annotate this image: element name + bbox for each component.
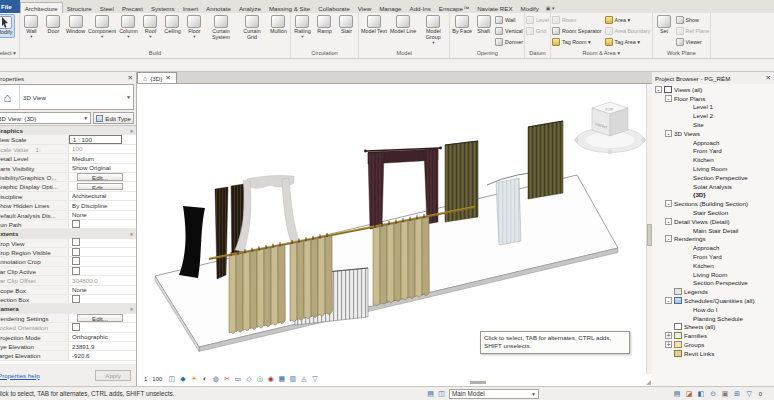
tree-expander-icon[interactable] [684,262,691,269]
property-value[interactable] [69,257,136,266]
property-value[interactable]: 1 : 100 [69,135,122,143]
window-button[interactable]: Window [65,14,86,36]
select-panel-label[interactable]: Select ▾ [0,49,18,58]
sun-path-icon[interactable]: ☀ [189,374,198,383]
property-value[interactable]: Orthographic [69,332,136,341]
grid-button[interactable]: Grid [526,26,549,36]
browser-tree-item[interactable]: Level 1 [652,103,774,112]
ribbon-tab[interactable]: Naviate REX [473,3,516,13]
project-browser-close-icon[interactable]: ✕ [766,74,771,82]
tree-expander-icon[interactable] [684,183,691,190]
resize-grip[interactable] [646,380,651,385]
temporary-view-properties-icon[interactable]: ▦ [277,374,286,383]
property-value[interactable] [69,238,136,247]
browser-tree-item[interactable]: Main Stair Detail [652,226,774,235]
curtain-lace-pair[interactable] [235,175,301,252]
tree-expander-icon[interactable] [665,350,672,357]
model-viewport[interactable]: TOP FRONT Click to select, TAB for alter… [137,84,652,386]
property-value[interactable]: 23891.9 [69,342,136,351]
browser-tree-item[interactable]: Approach [652,138,774,147]
floor-button[interactable]: Floor [184,14,205,39]
property-value[interactable] [69,220,136,229]
browser-tree-item[interactable]: 3D Views [652,129,774,138]
browser-tree-item[interactable]: Planting Schedule [652,314,774,323]
curtain-grid-button[interactable]: Curtain Grid [237,14,267,42]
tree-expander-icon[interactable] [684,227,691,234]
viewer-button[interactable]: Viewer [676,37,710,47]
browser-tree-item[interactable]: From Yard [652,252,774,261]
browser-tree-item[interactable]: Site [652,120,774,129]
model-group-button[interactable]: Model Group [418,14,448,45]
browser-tree-item[interactable]: Detail Views (Detail) [652,217,774,226]
view-tab-3d[interactable]: ⌂ {3D} ✕ [137,72,177,83]
drag-on-selection-icon[interactable]: ⊞ [733,390,742,398]
browser-tree-item[interactable]: Families [652,331,774,340]
property-value[interactable]: Show Original [69,163,136,172]
detail-level-icon[interactable]: ◫ [167,374,176,383]
area-boundary-button[interactable]: Area Boundary [605,26,651,36]
ribbon-tab[interactable]: Precast [118,3,147,13]
shaft-button[interactable]: Shaft [473,14,494,36]
tree-expander-icon[interactable] [684,174,691,181]
crop-view-icon[interactable]: ✂ [222,374,231,383]
tree-expander-icon[interactable] [684,121,691,128]
shadows-icon[interactable]: ◐ [200,374,209,383]
viewcube[interactable]: TOP FRONT [575,102,646,154]
design-options-combo[interactable]: Main Model ▼ [449,389,539,399]
tree-expander-icon[interactable] [684,156,691,163]
tree-expander-icon[interactable] [684,209,691,216]
tree-expander-icon[interactable] [684,244,691,251]
editable-only-icon[interactable]: ◪ [685,390,694,398]
ribbon-tab[interactable]: Structure [63,3,96,13]
property-value[interactable]: Architectural [69,191,136,200]
curtain-tan-cluster-middle[interactable] [290,236,332,322]
browser-tree-item[interactable]: Groups [652,340,774,349]
ribbon-tab[interactable]: Systems [147,3,179,13]
tree-expander-icon[interactable] [655,86,662,93]
property-value[interactable]: 100 [69,144,136,153]
stair-button[interactable]: Stair [336,14,357,36]
ribbon-tab[interactable]: Annotate [202,3,235,13]
browser-tree-item[interactable]: Living Room [652,164,774,173]
type-selector[interactable]: ⌂ 3D View ▼ [0,84,134,110]
property-value[interactable]: None [69,285,136,294]
ribbon-tab[interactable]: Modify [517,3,543,13]
browser-tree-item[interactable]: From Yard [652,147,774,156]
property-value[interactable]: By Discipline [69,201,136,210]
ribbon-tab[interactable]: View [354,3,375,13]
property-value[interactable]: 304800.0 [69,276,136,285]
tree-expander-icon[interactable] [665,288,672,295]
browser-tree-item[interactable]: Sheets (all) [652,323,774,332]
wall-opening-button[interactable]: Wall [495,15,523,25]
tree-expander-icon[interactable] [684,139,691,146]
ribbon-tab[interactable]: Collaborate [314,3,354,13]
tree-expander-icon[interactable] [665,130,672,137]
property-value[interactable]: None [69,210,136,219]
railing-button[interactable]: Railing [292,14,313,39]
modify-button[interactable]: Modify [0,14,15,38]
displacement-sets-icon[interactable]: ◬ [299,374,308,383]
room-button[interactable]: Room [552,15,602,25]
tree-expander-icon[interactable] [684,271,691,278]
select-by-face-icon[interactable]: ▣ [721,390,730,398]
scale-button[interactable]: 1 : 100 [144,376,162,382]
model-line-button[interactable]: Model Line [389,14,417,36]
browser-tree-item[interactable]: Stair Section [652,208,774,217]
apply-button[interactable]: Apply [95,370,131,381]
browser-tree-item[interactable]: Renderings [652,235,774,244]
curtain-olive-right[interactable] [528,121,563,199]
element-selector-combo[interactable]: 3D View: {3D} ▼ [0,112,91,124]
vertical-opening-button[interactable]: Vertical [495,26,523,36]
ribbon-tab[interactable]: Analyze [235,3,265,13]
ribbon-tab[interactable]: Architecture [20,2,63,13]
file-tab[interactable]: File [0,0,20,13]
filter-icon[interactable]: ▽ [745,390,754,398]
tree-expander-icon[interactable] [665,235,672,242]
property-value[interactable] [69,323,136,332]
room-area-panel-label[interactable]: Room & Area ▾ [552,49,651,58]
tree-expander-icon[interactable] [665,332,672,339]
tree-expander-icon[interactable] [665,341,672,348]
tree-expander-icon[interactable] [665,323,672,330]
set-button[interactable]: Set [654,14,675,36]
design-options-icon[interactable]: ◫ [437,390,446,398]
